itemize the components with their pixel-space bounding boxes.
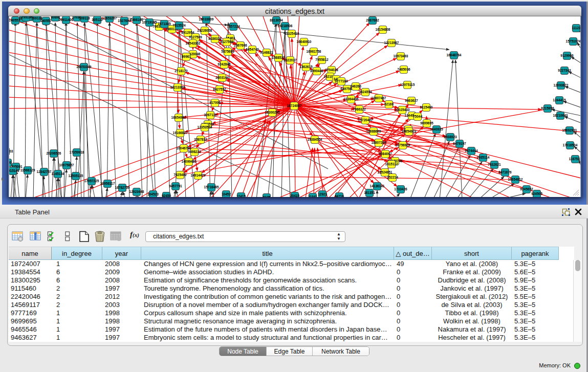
svg-text:3624554: 3624554	[359, 90, 372, 94]
svg-text:8938923: 8938923	[444, 135, 457, 139]
svg-text:9457791: 9457791	[169, 184, 182, 188]
svg-text:10807487: 10807487	[372, 96, 386, 100]
svg-text:1615112: 1615112	[385, 162, 398, 166]
svg-text:10046786: 10046786	[177, 146, 191, 150]
svg-text:10975857: 10975857	[59, 163, 74, 167]
svg-text:7515524: 7515524	[172, 24, 186, 27]
svg-text:12213967: 12213967	[384, 41, 399, 45]
svg-text:6794028: 6794028	[325, 68, 338, 72]
svg-text:16640910: 16640910	[297, 40, 312, 43]
svg-text:10973493: 10973493	[394, 54, 408, 58]
svg-text:17957225: 17957225	[84, 179, 99, 183]
svg-text:12923448: 12923448	[129, 190, 144, 193]
svg-text:9463627: 9463627	[405, 99, 418, 102]
svg-text:18300295: 18300295	[265, 111, 280, 114]
svg-text:12975115: 12975115	[400, 83, 415, 86]
svg-text:3587832: 3587832	[194, 138, 207, 141]
svg-text:8186328: 8186328	[208, 37, 222, 40]
svg-text:16154808: 16154808	[376, 28, 390, 31]
svg-text:2718170: 2718170	[175, 69, 188, 73]
svg-text:8215958: 8215958	[541, 106, 554, 110]
svg-text:14099489: 14099489	[182, 160, 197, 163]
svg-text:7485036: 7485036	[397, 68, 410, 71]
svg-text:5498222: 5498222	[188, 150, 201, 154]
svg-text:109118: 109118	[79, 16, 90, 20]
svg-text:79910: 79910	[21, 16, 31, 19]
svg-text:7955812: 7955812	[315, 58, 329, 61]
svg-text:22661503: 22661503	[9, 149, 13, 153]
svg-text:1167531: 1167531	[569, 157, 581, 161]
svg-text:16033809: 16033809	[199, 17, 214, 21]
svg-text:8427552: 8427552	[213, 87, 226, 91]
svg-text:9242848: 9242848	[217, 62, 231, 66]
svg-text:9115460: 9115460	[420, 105, 433, 109]
svg-text:305110: 305110	[92, 18, 103, 21]
svg-text:2935114: 2935114	[477, 156, 490, 159]
svg-text:15716485: 15716485	[204, 185, 219, 189]
svg-text:12923: 12923	[318, 192, 327, 196]
svg-text:11568129: 11568129	[20, 168, 35, 172]
svg-text:14914479: 14914479	[191, 173, 206, 177]
svg-text:7632621: 7632621	[488, 163, 501, 166]
svg-text:1640935: 1640935	[430, 127, 443, 131]
svg-text:5875685: 5875685	[221, 50, 234, 53]
svg-text:75044: 75044	[413, 115, 422, 118]
svg-text:1362615: 1362615	[299, 65, 313, 69]
svg-text:16210643: 16210643	[553, 114, 568, 117]
svg-text:17016504: 17016504	[563, 143, 578, 147]
svg-text:12093872: 12093872	[554, 83, 569, 87]
svg-text:8454749: 8454749	[246, 48, 259, 51]
svg-text:104523: 104523	[147, 192, 159, 196]
svg-text:10654812: 10654812	[508, 178, 523, 181]
svg-text:917006: 917006	[209, 101, 221, 104]
svg-text:9227343: 9227343	[558, 69, 571, 72]
svg-text:1145134: 1145134	[52, 172, 64, 176]
svg-text:9245652: 9245652	[520, 187, 533, 191]
svg-text:2367608: 2367608	[234, 43, 247, 47]
svg-text:20206526: 20206526	[47, 151, 61, 155]
svg-text:252214: 252214	[387, 176, 398, 179]
svg-text:10688609: 10688609	[366, 129, 381, 133]
svg-text:9146821: 9146821	[260, 51, 273, 54]
svg-text:11123: 11123	[572, 26, 581, 30]
svg-text:15692931: 15692931	[562, 128, 577, 132]
svg-text:10653267: 10653267	[102, 16, 117, 20]
svg-text:16961758: 16961758	[307, 50, 321, 53]
svg-text:16654982: 16654982	[171, 116, 186, 119]
svg-text:3267110: 3267110	[204, 113, 217, 117]
svg-text:20415: 20415	[290, 194, 299, 197]
svg-text:8813054: 8813054	[270, 18, 283, 22]
svg-text:19166827: 19166827	[173, 131, 188, 135]
svg-text:140557: 140557	[40, 19, 52, 23]
svg-text:11341: 11341	[308, 195, 317, 197]
svg-text:9129966: 9129966	[560, 54, 574, 57]
svg-text:26053349: 26053349	[77, 65, 92, 69]
svg-text:12213369: 12213369	[170, 85, 185, 89]
svg-text:15720407: 15720407	[358, 118, 373, 122]
svg-text:12505135: 12505135	[69, 174, 83, 178]
svg-text:17359918: 17359918	[70, 150, 84, 154]
svg-text:16782759: 16782759	[115, 186, 130, 189]
svg-text:10025433: 10025433	[395, 108, 410, 112]
svg-text:12415: 12415	[236, 194, 246, 197]
svg-text:746266: 746266	[350, 84, 361, 88]
svg-text:84716: 84716	[335, 194, 344, 197]
svg-text:7625402: 7625402	[173, 173, 187, 177]
svg-text:1200: 1200	[9, 161, 12, 164]
svg-text:1244415: 1244415	[553, 98, 566, 102]
svg-text:9699695: 9699695	[420, 121, 433, 125]
svg-text:7857224: 7857224	[227, 25, 240, 28]
svg-text:12342757: 12342757	[37, 170, 52, 173]
svg-text:14136141: 14136141	[370, 184, 385, 188]
svg-text:10543362: 10543362	[186, 41, 201, 45]
svg-text:2803144: 2803144	[215, 76, 229, 79]
svg-text:12353594: 12353594	[198, 125, 212, 129]
svg-text:9474444: 9474444	[465, 149, 478, 152]
svg-text:19384554: 19384554	[308, 138, 322, 141]
svg-text:10958117: 10958117	[100, 182, 115, 185]
svg-text:924505: 924505	[531, 192, 542, 195]
svg-text:19654923: 19654923	[402, 129, 417, 133]
svg-text:8471676: 8471676	[498, 170, 512, 174]
svg-text:18724007: 18724007	[287, 104, 302, 107]
svg-text:6466160: 6466160	[130, 18, 143, 21]
